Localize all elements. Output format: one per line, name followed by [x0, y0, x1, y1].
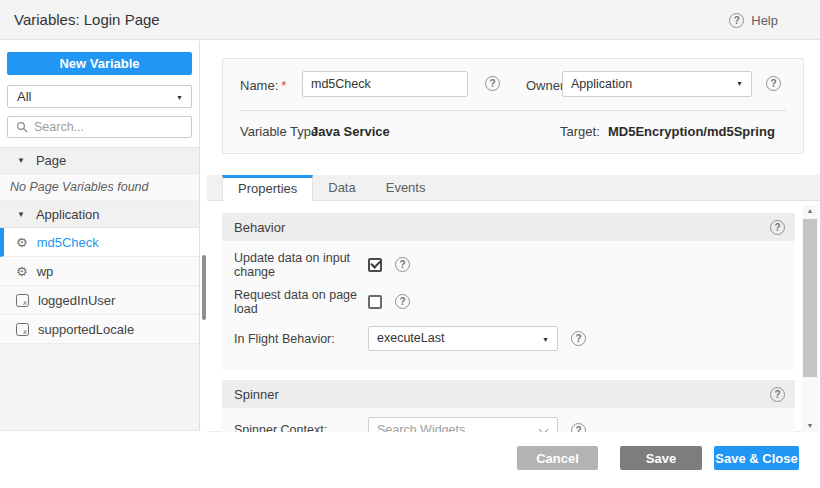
- in-flight-help-icon[interactable]: ?: [571, 331, 586, 346]
- variable-search[interactable]: [7, 116, 192, 138]
- request-data-row: Request data on page load ?: [222, 283, 795, 320]
- variable-item-md5check[interactable]: ⚙ md5Check: [0, 228, 199, 257]
- behavior-help-icon[interactable]: ?: [770, 220, 785, 235]
- scroll-down-icon[interactable]: ▼: [802, 420, 818, 432]
- section-collapse-icon: ▼: [17, 210, 25, 219]
- in-flight-row: In Flight Behavior: executeLast ▼ ?: [222, 320, 795, 357]
- target-label: Target:: [560, 124, 600, 139]
- service-gear-icon: ⚙: [16, 236, 28, 249]
- variable-filter-select[interactable]: All ▼: [7, 85, 192, 108]
- variable-item-loggedinuser[interactable]: x loggedInUser: [0, 286, 199, 315]
- spinner-context-combobox[interactable]: Search Widgets: [368, 417, 558, 432]
- help-label: Help: [751, 13, 778, 28]
- behavior-section-body: Update data on input change ? Request da…: [222, 241, 795, 370]
- detail-tabs: Properties Data Events: [207, 175, 820, 201]
- save-button[interactable]: Save: [620, 446, 702, 470]
- name-help-icon[interactable]: ?: [485, 76, 500, 91]
- page-empty-message: No Page Variables found: [0, 174, 199, 201]
- behavior-section-header: Behavior ?: [222, 213, 795, 241]
- variables-sidebar: New Variable All ▼ ▼ Page No Page Variab…: [0, 41, 200, 431]
- cancel-button[interactable]: Cancel: [517, 446, 598, 470]
- sidebar-scrollbar-thumb[interactable]: [202, 255, 206, 320]
- owner-select[interactable]: Application ▼: [562, 71, 752, 97]
- variable-summary-form: Name:* ? Owner:* Application ▼ ? Variabl…: [222, 58, 804, 154]
- page-title: Variables: Login Page: [14, 0, 160, 40]
- scroll-up-icon[interactable]: ▲: [802, 205, 818, 217]
- sidebar-controls: New Variable All ▼: [0, 41, 199, 147]
- variable-icon: x: [16, 323, 29, 336]
- variable-icon: x: [16, 294, 29, 307]
- variable-filter-value: All: [17, 89, 31, 104]
- chevron-down-icon: ▼: [542, 327, 549, 350]
- target-value: MD5Encryption/md5Spring: [608, 124, 775, 139]
- spinner-section-body: Spinner Context: Search Widgets ?: [222, 408, 795, 432]
- section-page-label: Page: [36, 153, 66, 168]
- name-label: Name:*: [240, 78, 286, 93]
- in-flight-label: In Flight Behavior:: [234, 332, 368, 346]
- variables-dialog: Variables: Login Page ? Help New Variabl…: [0, 0, 820, 488]
- variable-detail-panel: Name:* ? Owner:* Application ▼ ? Variabl…: [207, 41, 820, 432]
- behavior-section: Behavior ? Update data on input change ?…: [222, 213, 795, 370]
- variable-item-label: supportedLocale: [38, 322, 134, 337]
- variable-item-wp[interactable]: ⚙ wp: [0, 257, 199, 286]
- tab-data[interactable]: Data: [313, 175, 370, 200]
- section-application-label: Application: [36, 207, 100, 222]
- spinner-context-help-icon[interactable]: ?: [571, 423, 586, 433]
- service-gear-icon: ⚙: [16, 265, 28, 278]
- spinner-context-placeholder: Search Widgets: [377, 423, 465, 432]
- behavior-title: Behavior: [234, 220, 285, 235]
- search-icon: [16, 121, 28, 133]
- spinner-title: Spinner: [234, 387, 279, 402]
- update-data-help-icon[interactable]: ?: [395, 257, 410, 272]
- scrollbar-thumb[interactable]: [803, 219, 817, 377]
- update-data-checkbox[interactable]: [368, 258, 382, 272]
- update-data-label: Update data on input change: [234, 251, 368, 279]
- spinner-help-icon[interactable]: ?: [770, 387, 785, 402]
- tab-properties[interactable]: Properties: [222, 175, 313, 202]
- request-data-help-icon[interactable]: ?: [395, 294, 410, 309]
- svg-text:x: x: [22, 327, 27, 335]
- in-flight-select[interactable]: executeLast ▼: [368, 326, 558, 351]
- chevron-down-icon: ▼: [176, 86, 183, 107]
- in-flight-value: executeLast: [377, 331, 444, 345]
- chevron-down-icon: ▼: [736, 72, 743, 96]
- name-input[interactable]: [302, 71, 468, 97]
- spinner-section: Spinner ? Spinner Context: Search Widget…: [222, 380, 795, 432]
- tree-section-page[interactable]: ▼ Page: [0, 147, 199, 174]
- help-icon: ?: [729, 13, 744, 28]
- dialog-header: Variables: Login Page ? Help: [0, 0, 820, 40]
- form-divider: [240, 110, 786, 111]
- variable-item-label: loggedInUser: [38, 293, 115, 308]
- spinner-context-row: Spinner Context: Search Widgets ?: [222, 413, 795, 432]
- request-data-checkbox[interactable]: [368, 295, 382, 309]
- request-data-label: Request data on page load: [234, 288, 368, 316]
- required-marker: *: [281, 78, 286, 93]
- chevron-down-icon: [539, 425, 549, 432]
- content-scrollbar[interactable]: ▲ ▼: [802, 205, 818, 432]
- variable-item-label: md5Check: [37, 235, 99, 250]
- search-input[interactable]: [34, 120, 183, 134]
- new-variable-button[interactable]: New Variable: [7, 52, 192, 75]
- section-collapse-icon: ▼: [17, 156, 25, 165]
- update-data-row: Update data on input change ?: [222, 246, 795, 283]
- variable-type-label: Variable Type:: [240, 124, 322, 139]
- variable-item-supportedlocale[interactable]: x supportedLocale: [0, 315, 199, 344]
- owner-help-icon[interactable]: ?: [766, 76, 781, 91]
- spinner-section-header: Spinner ?: [222, 380, 795, 408]
- help-link[interactable]: ? Help: [729, 0, 778, 40]
- spinner-context-label: Spinner Context:: [234, 423, 368, 432]
- tab-events[interactable]: Events: [371, 175, 441, 200]
- save-and-close-button[interactable]: Save & Close: [714, 446, 799, 470]
- variable-item-label: wp: [37, 264, 54, 279]
- svg-text:x: x: [22, 298, 27, 306]
- tree-section-application[interactable]: ▼ Application: [0, 201, 199, 228]
- owner-select-value: Application: [571, 77, 632, 91]
- variable-type-value: Java Service: [311, 124, 390, 139]
